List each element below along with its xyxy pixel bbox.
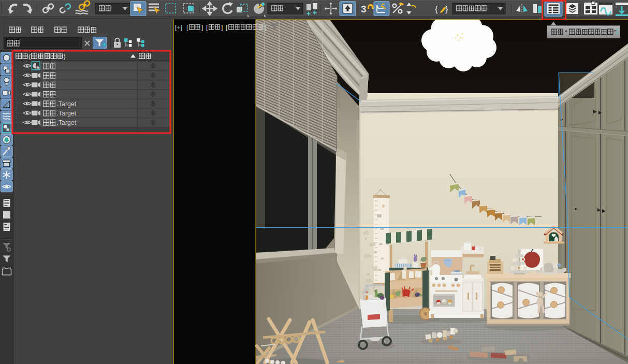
- svg-text:”: ”: [614, 28, 616, 36]
- svg-text:[+]: [+]: [175, 24, 182, 31]
- svg-text:]: ]: [221, 24, 223, 31]
- svg-text:“: “: [565, 28, 567, 36]
- svg-text:.Target: .Target: [57, 100, 77, 108]
- svg-text:}: }: [445, 4, 448, 14]
- svg-text:3: 3: [361, 4, 367, 14]
- svg-text:[: [: [226, 24, 228, 31]
- svg-text:{: {: [435, 4, 438, 14]
- svg-text:[: [: [186, 24, 188, 31]
- svg-text:.Target: .Target: [57, 110, 77, 117]
- svg-text:]: ]: [201, 24, 203, 31]
- svg-text:.Target: .Target: [57, 119, 77, 126]
- svg-text:[: [: [206, 24, 208, 31]
- svg-text:): ): [64, 53, 66, 60]
- svg-text:]: ]: [265, 24, 266, 31]
